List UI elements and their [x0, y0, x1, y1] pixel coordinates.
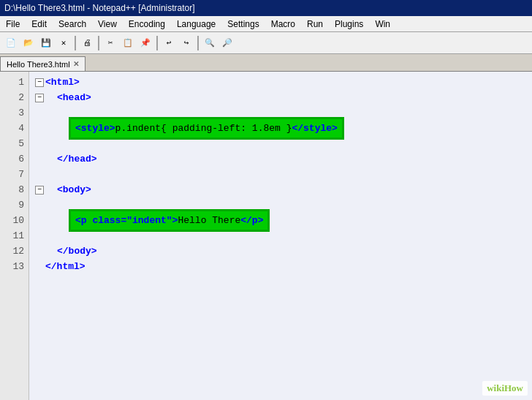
file-tab[interactable]: Hello There3.html ✕ [0, 56, 86, 71]
line-number-9: 9 [0, 197, 28, 213]
line-number-13: 13 [0, 259, 28, 274]
line-number-11: 11 [0, 228, 28, 244]
close-btn[interactable]: ✕ [56, 35, 72, 51]
code-line-8: −<body> [35, 182, 526, 197]
line-number-8: 8 [0, 182, 28, 197]
code-text-line-13: </html> [45, 259, 86, 274]
tab-close-icon[interactable]: ✕ [73, 60, 79, 68]
menu-item-macro[interactable]: Macro [265, 16, 301, 31]
line-number-6: 6 [0, 151, 28, 167]
code-text-line-8: <body> [57, 182, 91, 197]
code-line-1: −<html> [35, 75, 526, 90]
line-number-1: 1 [0, 75, 28, 90]
menu-item-search[interactable]: Search [53, 16, 92, 31]
cut-btn[interactable]: ✂ [102, 35, 118, 51]
code-line-4: <style>p.indent{ padding-left: 1.8em }</… [35, 121, 526, 136]
highlight-box-line-4: <style>p.indent{ padding-left: 1.8em }</… [69, 117, 344, 140]
code-line-10: <p class="indent">Hello There</p> [35, 213, 526, 228]
menu-item-settings[interactable]: Settings [221, 16, 265, 31]
code-line-7 [35, 167, 526, 182]
tab-bar: Hello There3.html ✕ [0, 54, 532, 72]
zoom-btn[interactable]: 🔍 [202, 35, 218, 51]
editor-container: 12345678910111213 −<html>−<head><style>p… [0, 72, 532, 400]
menu-item-language[interactable]: Language [171, 16, 221, 31]
line-number-5: 5 [0, 136, 28, 151]
menu-item-encoding[interactable]: Encoding [123, 16, 171, 31]
print-btn[interactable]: 🖨 [79, 35, 95, 51]
line-number-3: 3 [0, 105, 28, 121]
line-number-10: 10 [0, 213, 28, 228]
sep3 [156, 36, 158, 50]
undo-btn[interactable]: ↩ [161, 35, 177, 51]
code-line-13: </html> [35, 259, 526, 274]
line-number-4: 4 [0, 121, 28, 136]
fold-icon-line-2[interactable]: − [35, 94, 44, 102]
watermark-prefix: wiki [487, 382, 504, 393]
menu-item-view[interactable]: View [92, 16, 123, 31]
code-text-line-12: </body> [57, 244, 97, 259]
sep1 [75, 36, 76, 50]
watermark-suffix: How [504, 382, 523, 393]
line-number-2: 2 [0, 90, 28, 105]
find-btn[interactable]: 🔎 [219, 35, 235, 51]
highlight-box-line-10: <p class="indent">Hello There</p> [69, 209, 270, 232]
title-bar: D:\Hello There3.html - Notepad++ [Admini… [0, 0, 532, 16]
code-text-line-2: <head> [57, 90, 91, 105]
line-numbers: 12345678910111213 [0, 72, 29, 400]
code-area[interactable]: −<html>−<head><style>p.indent{ padding-l… [29, 72, 532, 400]
fold-icon-line-8[interactable]: − [35, 186, 44, 195]
copy-btn[interactable]: 📋 [120, 35, 136, 51]
line-number-7: 7 [0, 167, 28, 182]
menu-item-plugins[interactable]: Plugins [329, 16, 369, 31]
paste-btn[interactable]: 📌 [137, 35, 153, 51]
fold-icon-line-1[interactable]: − [35, 78, 44, 87]
new-btn[interactable]: 📄 [3, 35, 19, 51]
redo-btn[interactable]: ↪ [178, 35, 194, 51]
title-bar-text: D:\Hello There3.html - Notepad++ [Admini… [4, 3, 195, 13]
menu-item-edit[interactable]: Edit [26, 16, 53, 31]
sep4 [197, 36, 199, 50]
tab-label: Hello There3.html [7, 60, 70, 69]
open-btn[interactable]: 📂 [20, 35, 37, 51]
sep2 [98, 36, 99, 50]
code-text-line-6: </head> [57, 151, 97, 167]
menu-item-run[interactable]: Run [301, 16, 329, 31]
code-text-line-1: <html> [45, 75, 80, 90]
code-line-6: </head> [35, 151, 526, 167]
save-btn[interactable]: 💾 [38, 35, 54, 51]
watermark: wikiHow [482, 381, 528, 396]
code-line-2: −<head> [35, 90, 526, 105]
menu-bar: FileEditSearchViewEncodingLanguageSettin… [0, 16, 532, 32]
menu-item-file[interactable]: File [0, 16, 26, 31]
menu-item-win[interactable]: Win [369, 16, 396, 31]
code-line-12: </body> [35, 244, 526, 259]
line-number-12: 12 [0, 244, 28, 259]
toolbar: 📄 📂 💾 ✕ 🖨 ✂ 📋 📌 ↩ ↪ 🔍 🔎 [0, 32, 532, 54]
